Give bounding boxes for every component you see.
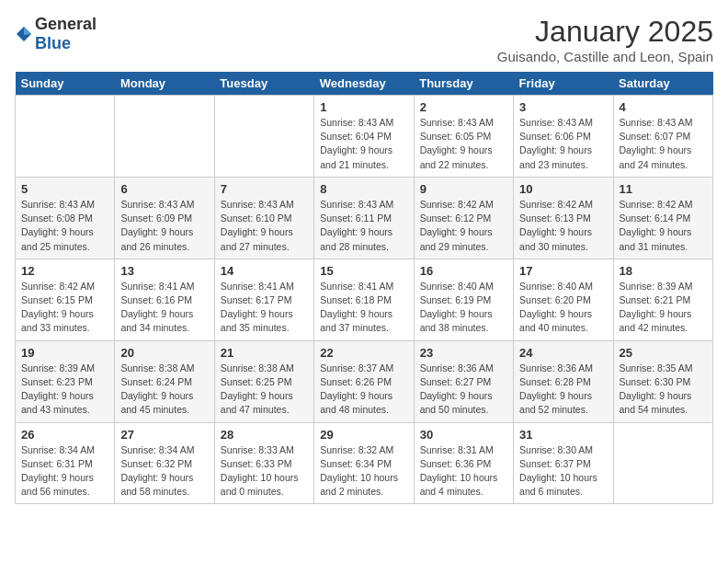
month-title: January 2025 [497, 15, 713, 49]
day-info: Sunrise: 8:43 AM Sunset: 6:04 PM Dayligh… [320, 116, 407, 172]
day-number: 21 [221, 346, 308, 360]
calendar-day-cell: 17Sunrise: 8:40 AM Sunset: 6:20 PM Dayli… [514, 259, 613, 340]
day-number: 10 [519, 182, 607, 196]
calendar-day-cell: 3Sunrise: 8:43 AM Sunset: 6:06 PM Daylig… [514, 96, 613, 178]
calendar-day-cell: 28Sunrise: 8:33 AM Sunset: 6:33 PM Dayli… [214, 422, 313, 504]
calendar-day-cell [16, 96, 115, 178]
day-info: Sunrise: 8:42 AM Sunset: 6:15 PM Dayligh… [21, 280, 108, 336]
day-number: 20 [120, 346, 208, 360]
svg-marker-1 [24, 27, 31, 35]
calendar-day-cell: 19Sunrise: 8:39 AM Sunset: 6:23 PM Dayli… [16, 340, 115, 422]
day-info: Sunrise: 8:38 AM Sunset: 6:25 PM Dayligh… [221, 362, 308, 418]
day-info: Sunrise: 8:43 AM Sunset: 6:05 PM Dayligh… [420, 116, 507, 172]
calendar-day-cell: 4Sunrise: 8:43 AM Sunset: 6:07 PM Daylig… [613, 96, 712, 178]
day-info: Sunrise: 8:41 AM Sunset: 6:17 PM Dayligh… [221, 280, 308, 336]
day-number: 30 [420, 428, 507, 442]
day-info: Sunrise: 8:42 AM Sunset: 6:13 PM Dayligh… [519, 198, 607, 254]
day-info: Sunrise: 8:33 AM Sunset: 6:33 PM Dayligh… [221, 443, 308, 500]
calendar-week-row: 19Sunrise: 8:39 AM Sunset: 6:23 PM Dayli… [16, 340, 713, 422]
day-info: Sunrise: 8:36 AM Sunset: 6:28 PM Dayligh… [519, 362, 607, 418]
day-number: 24 [519, 346, 607, 360]
calendar-day-cell: 26Sunrise: 8:34 AM Sunset: 6:31 PM Dayli… [16, 422, 115, 504]
day-number: 29 [320, 428, 407, 442]
logo: General Blue [15, 15, 97, 53]
calendar-day-cell: 2Sunrise: 8:43 AM Sunset: 6:05 PM Daylig… [414, 96, 513, 178]
calendar-day-cell: 7Sunrise: 8:43 AM Sunset: 6:10 PM Daylig… [214, 177, 313, 259]
logo-text-blue: Blue [35, 34, 71, 52]
calendar-day-cell: 31Sunrise: 8:30 AM Sunset: 6:37 PM Dayli… [514, 422, 613, 504]
calendar-day-cell: 11Sunrise: 8:42 AM Sunset: 6:14 PM Dayli… [613, 177, 712, 259]
day-number: 9 [420, 182, 507, 196]
day-number: 16 [420, 264, 507, 278]
day-number: 17 [519, 264, 607, 278]
calendar-day-cell: 6Sunrise: 8:43 AM Sunset: 6:09 PM Daylig… [115, 177, 214, 259]
day-number: 4 [620, 100, 707, 114]
location-title: Guisando, Castille and Leon, Spain [497, 49, 713, 64]
day-info: Sunrise: 8:30 AM Sunset: 6:37 PM Dayligh… [519, 443, 607, 500]
day-number: 18 [620, 264, 707, 278]
calendar-weekday-header: Friday [514, 72, 613, 96]
day-info: Sunrise: 8:43 AM Sunset: 6:10 PM Dayligh… [221, 198, 308, 254]
day-number: 2 [420, 100, 507, 114]
page-header: General Blue January 2025 Guisando, Cast… [15, 15, 713, 64]
calendar-day-cell: 10Sunrise: 8:42 AM Sunset: 6:13 PM Dayli… [514, 177, 613, 259]
calendar-day-cell: 30Sunrise: 8:31 AM Sunset: 6:36 PM Dayli… [414, 422, 513, 504]
calendar-day-cell: 25Sunrise: 8:35 AM Sunset: 6:30 PM Dayli… [613, 340, 712, 422]
calendar-day-cell: 8Sunrise: 8:43 AM Sunset: 6:11 PM Daylig… [314, 177, 414, 259]
calendar-day-cell: 20Sunrise: 8:38 AM Sunset: 6:24 PM Dayli… [115, 340, 214, 422]
day-number: 12 [21, 264, 108, 278]
logo-text-general: General [35, 15, 97, 33]
day-info: Sunrise: 8:32 AM Sunset: 6:34 PM Dayligh… [320, 443, 407, 500]
calendar-day-cell: 29Sunrise: 8:32 AM Sunset: 6:34 PM Dayli… [314, 422, 414, 504]
day-number: 13 [120, 264, 208, 278]
calendar-weekday-header: Wednesday [314, 72, 414, 96]
day-number: 27 [120, 428, 208, 442]
calendar-table: SundayMondayTuesdayWednesdayThursdayFrid… [15, 72, 713, 504]
calendar-body: 1Sunrise: 8:43 AM Sunset: 6:04 PM Daylig… [16, 96, 713, 504]
day-number: 31 [519, 428, 607, 442]
calendar-day-cell: 27Sunrise: 8:34 AM Sunset: 6:32 PM Dayli… [115, 422, 214, 504]
calendar-day-cell [214, 96, 313, 178]
day-info: Sunrise: 8:43 AM Sunset: 6:09 PM Dayligh… [120, 198, 208, 254]
calendar-day-cell: 24Sunrise: 8:36 AM Sunset: 6:28 PM Dayli… [514, 340, 613, 422]
day-info: Sunrise: 8:43 AM Sunset: 6:08 PM Dayligh… [21, 198, 108, 254]
day-info: Sunrise: 8:38 AM Sunset: 6:24 PM Dayligh… [120, 362, 208, 418]
day-number: 22 [320, 346, 407, 360]
day-number: 14 [221, 264, 308, 278]
day-number: 23 [420, 346, 507, 360]
calendar-day-cell: 21Sunrise: 8:38 AM Sunset: 6:25 PM Dayli… [214, 340, 313, 422]
calendar-day-cell [613, 422, 712, 504]
day-info: Sunrise: 8:40 AM Sunset: 6:19 PM Dayligh… [420, 280, 507, 336]
day-info: Sunrise: 8:41 AM Sunset: 6:16 PM Dayligh… [120, 280, 208, 336]
calendar-day-cell: 12Sunrise: 8:42 AM Sunset: 6:15 PM Dayli… [16, 259, 115, 340]
calendar-day-cell: 22Sunrise: 8:37 AM Sunset: 6:26 PM Dayli… [314, 340, 414, 422]
calendar-week-row: 26Sunrise: 8:34 AM Sunset: 6:31 PM Dayli… [16, 422, 713, 504]
day-info: Sunrise: 8:37 AM Sunset: 6:26 PM Dayligh… [320, 362, 407, 418]
day-info: Sunrise: 8:34 AM Sunset: 6:32 PM Dayligh… [120, 443, 208, 500]
title-block: January 2025 Guisando, Castille and Leon… [497, 15, 713, 64]
day-number: 7 [221, 182, 308, 196]
calendar-day-cell: 16Sunrise: 8:40 AM Sunset: 6:19 PM Dayli… [414, 259, 513, 340]
logo-icon [15, 25, 33, 43]
day-info: Sunrise: 8:42 AM Sunset: 6:12 PM Dayligh… [420, 198, 507, 254]
day-number: 11 [620, 182, 707, 196]
day-info: Sunrise: 8:36 AM Sunset: 6:27 PM Dayligh… [420, 362, 507, 418]
day-info: Sunrise: 8:39 AM Sunset: 6:21 PM Dayligh… [620, 280, 707, 336]
calendar-day-cell: 14Sunrise: 8:41 AM Sunset: 6:17 PM Dayli… [214, 259, 313, 340]
day-info: Sunrise: 8:39 AM Sunset: 6:23 PM Dayligh… [21, 362, 108, 418]
calendar-weekday-header: Tuesday [214, 72, 313, 96]
day-number: 19 [21, 346, 108, 360]
calendar-week-row: 1Sunrise: 8:43 AM Sunset: 6:04 PM Daylig… [16, 96, 713, 178]
calendar-weekday-header: Saturday [613, 72, 712, 96]
day-number: 3 [519, 100, 607, 114]
day-number: 25 [620, 346, 707, 360]
day-number: 1 [320, 100, 407, 114]
day-info: Sunrise: 8:35 AM Sunset: 6:30 PM Dayligh… [620, 362, 707, 418]
day-info: Sunrise: 8:41 AM Sunset: 6:18 PM Dayligh… [320, 280, 407, 336]
day-info: Sunrise: 8:42 AM Sunset: 6:14 PM Dayligh… [620, 198, 707, 254]
day-number: 5 [21, 182, 108, 196]
day-number: 26 [21, 428, 108, 442]
calendar-day-cell: 5Sunrise: 8:43 AM Sunset: 6:08 PM Daylig… [16, 177, 115, 259]
calendar-week-row: 5Sunrise: 8:43 AM Sunset: 6:08 PM Daylig… [16, 177, 713, 259]
calendar-day-cell: 18Sunrise: 8:39 AM Sunset: 6:21 PM Dayli… [613, 259, 712, 340]
